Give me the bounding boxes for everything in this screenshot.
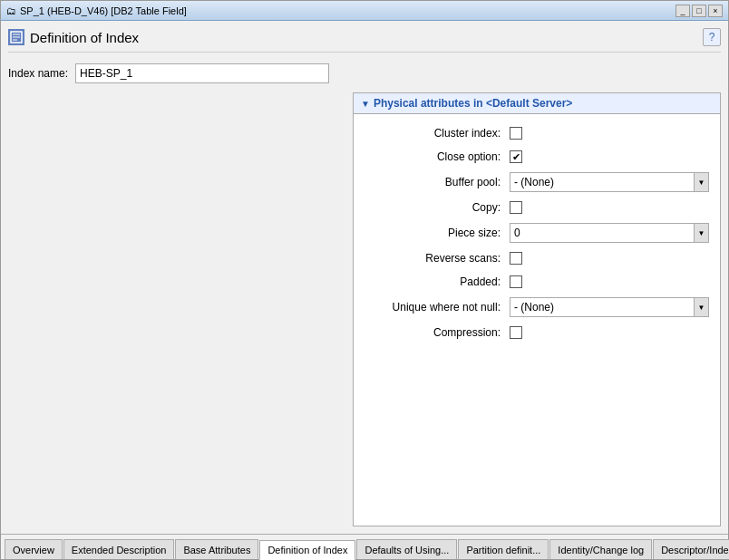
cluster-index-value xyxy=(510,127,522,140)
compression-checkbox[interactable] xyxy=(510,326,522,339)
page-title: Definition of Index xyxy=(30,30,139,45)
unique-where-not-null-dropdown[interactable]: - (None) ▼ xyxy=(510,297,709,317)
tab-partition-definit[interactable]: Partition definit... xyxy=(458,539,549,559)
reverse-scans-label: Reverse scans: xyxy=(364,252,510,265)
piece-size-value: 0 ▼ xyxy=(510,223,709,243)
padded-label: Padded: xyxy=(364,275,510,288)
tab-descriptor-index[interactable]: Descriptor/Index ... xyxy=(653,539,729,559)
piece-size-dropdown[interactable]: 0 ▼ xyxy=(510,223,709,243)
close-option-value: ✔ xyxy=(510,150,522,163)
collapse-icon[interactable]: ▼ xyxy=(361,99,370,109)
window-title: SP_1 (HEB-D_V46) [DB2 Table Field] xyxy=(20,5,187,16)
piece-size-selected: 0 xyxy=(514,227,520,239)
buffer-pool-value: - (None) ▼ xyxy=(510,172,709,192)
copy-label: Copy: xyxy=(364,201,510,214)
cluster-index-label: Cluster index: xyxy=(364,127,510,140)
minimize-button[interactable]: _ xyxy=(676,5,690,17)
close-option-checkbox[interactable]: ✔ xyxy=(510,150,522,163)
physical-attributes-header: ▼ Physical attributes in <Default Server… xyxy=(354,93,720,114)
prop-row-cluster-index: Cluster index: xyxy=(364,121,709,145)
compression-label: Compression: xyxy=(364,326,510,339)
help-button[interactable]: ? xyxy=(703,28,721,46)
tab-defaults-of-using[interactable]: Defaults of Using... xyxy=(356,539,457,559)
buffer-pool-selected: - (None) xyxy=(514,176,554,188)
page-header-left: Definition of Index xyxy=(8,29,139,45)
buffer-pool-label: Buffer pool: xyxy=(364,176,510,188)
left-area xyxy=(8,92,344,526)
close-option-label: Close option: xyxy=(364,150,510,163)
maximize-button[interactable]: □ xyxy=(692,5,706,17)
title-bar-controls: _ □ × xyxy=(676,5,723,17)
prop-row-unique-where-not-null: Unique where not null: - (None) ▼ xyxy=(364,294,709,321)
main-panel: ▼ Physical attributes in <Default Server… xyxy=(8,92,721,526)
buffer-pool-arrow: ▼ xyxy=(694,173,708,191)
prop-row-padded: Padded: xyxy=(364,270,709,294)
prop-row-close-option: Close option: ✔ xyxy=(364,145,709,169)
tab-overview[interactable]: Overview xyxy=(5,539,63,559)
unique-where-not-null-label: Unique where not null: xyxy=(364,301,510,314)
prop-row-compression: Compression: xyxy=(364,321,709,344)
physical-attributes-title: Physical attributes in <Default Server> xyxy=(374,97,572,110)
buffer-pool-dropdown[interactable]: - (None) ▼ xyxy=(510,172,709,192)
properties-grid: Cluster index: Close option: ✔ xyxy=(354,114,720,352)
tab-base-attributes[interactable]: Base Attributes xyxy=(175,539,258,559)
piece-size-label: Piece size: xyxy=(364,227,510,239)
unique-where-not-null-arrow: ▼ xyxy=(694,298,708,316)
padded-checkbox[interactable] xyxy=(510,275,522,288)
page-header: Definition of Index ? xyxy=(8,28,721,53)
tab-identity-change-log[interactable]: Identity/Change log xyxy=(549,539,652,559)
prop-row-reverse-scans: Reverse scans: xyxy=(364,246,709,270)
padded-value xyxy=(510,275,522,288)
content-area: Definition of Index ? Index name: ▼ Phys… xyxy=(1,21,728,534)
title-bar-left: 🗂 SP_1 (HEB-D_V46) [DB2 Table Field] xyxy=(6,5,187,16)
main-window: 🗂 SP_1 (HEB-D_V46) [DB2 Table Field] _ □… xyxy=(0,0,729,560)
page-icon xyxy=(8,29,24,45)
index-name-label: Index name: xyxy=(8,67,68,80)
cluster-index-checkbox[interactable] xyxy=(510,127,522,140)
right-panel: ▼ Physical attributes in <Default Server… xyxy=(353,92,721,526)
prop-row-piece-size: Piece size: 0 ▼ xyxy=(364,219,709,246)
window-icon: 🗂 xyxy=(6,5,16,16)
tab-extended-description[interactable]: Extended Description xyxy=(63,539,175,559)
piece-size-arrow: ▼ xyxy=(694,224,708,242)
prop-row-buffer-pool: Buffer pool: - (None) ▼ xyxy=(364,169,709,196)
tab-definition-of-index[interactable]: Definition of Index xyxy=(259,540,355,560)
unique-where-not-null-selected: - (None) xyxy=(514,301,554,314)
copy-checkbox[interactable] xyxy=(510,201,522,214)
reverse-scans-checkbox[interactable] xyxy=(510,252,522,265)
title-bar: 🗂 SP_1 (HEB-D_V46) [DB2 Table Field] _ □… xyxy=(1,1,728,21)
prop-row-copy: Copy: xyxy=(364,196,709,219)
unique-where-not-null-value: - (None) ▼ xyxy=(510,297,709,317)
index-name-input[interactable] xyxy=(75,63,329,83)
reverse-scans-value xyxy=(510,252,522,265)
close-button[interactable]: × xyxy=(708,5,723,17)
copy-value xyxy=(510,201,522,214)
tab-bar: Overview Extended Description Base Attri… xyxy=(1,534,728,559)
index-name-row: Index name: xyxy=(8,63,721,83)
compression-value xyxy=(510,326,522,339)
